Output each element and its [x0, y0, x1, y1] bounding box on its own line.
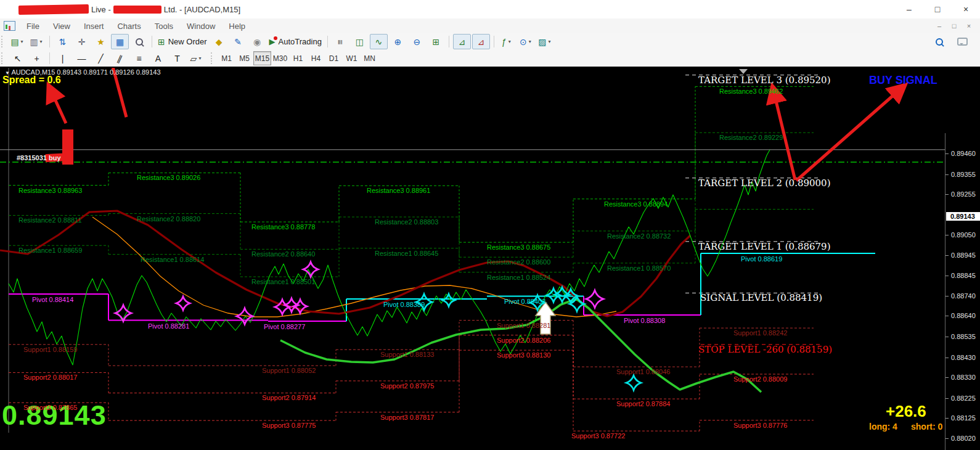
text-label-button[interactable]: T — [168, 51, 186, 66]
metaeditor-button[interactable]: ✎ — [229, 34, 247, 49]
annotation-arrow — [796, 86, 904, 181]
price-tick — [945, 194, 949, 195]
horizontal-line-button[interactable]: — — [73, 51, 91, 66]
menu-tools[interactable]: Tools — [148, 20, 180, 33]
navigator-icon: ★ — [97, 38, 105, 46]
chart-candles-button[interactable]: ◫ — [351, 34, 369, 49]
price-tick-label: 0.88535 — [951, 333, 976, 340]
dropdown-caret-icon: ▾ — [198, 55, 201, 61]
maximize-button[interactable]: □ — [923, 0, 952, 18]
price-tick-label: 0.88945 — [951, 252, 976, 259]
timeframe-d1[interactable]: D1 — [325, 51, 343, 65]
new-order-button[interactable]: ⊞New Order — [156, 34, 209, 49]
menu-insert[interactable]: Insert — [77, 20, 111, 33]
price-tick — [945, 398, 949, 399]
terminal-button[interactable]: ▦ — [111, 34, 129, 49]
timeframe-m30[interactable]: M30 — [271, 51, 289, 65]
timeframe-h1[interactable]: H1 — [289, 51, 307, 65]
zoom-in-icon: ⊕ — [394, 38, 402, 46]
dropdown-caret-icon: ▾ — [529, 39, 531, 44]
search-button[interactable] — [930, 34, 948, 49]
menu-help[interactable]: Help — [222, 20, 252, 33]
market-watch-icon: ⇅ — [59, 38, 67, 46]
toolbar-separator — [49, 52, 50, 64]
data-window-button[interactable]: ✛ — [73, 34, 91, 49]
vertical-line-button[interactable]: | — [54, 51, 71, 66]
mdi-restore-button[interactable]: □ — [947, 22, 962, 30]
signals-icon: ◉ — [253, 38, 261, 46]
fibonacci-button[interactable]: ≡ — [130, 51, 148, 66]
zoom-out-button[interactable]: ⊖ — [408, 34, 426, 49]
periods-button[interactable]: ⊙▾ — [517, 34, 535, 49]
templates-button[interactable]: ▨▾ — [536, 34, 554, 49]
shapes-button[interactable]: ▱▾ — [187, 51, 205, 66]
timeframe-m1[interactable]: M1 — [218, 51, 235, 65]
price-tick — [945, 377, 949, 378]
main-toolbar: ▤▾▥▾⇅✛★▦⊞New Order◆✎◉▶AutoTrading≡◫∿⊕⊖⊞⊿… — [0, 33, 980, 51]
menu-view[interactable]: View — [46, 20, 77, 33]
price-tick-label: 0.88225 — [951, 395, 976, 402]
toolbar-grip — [1, 52, 6, 64]
timeframe-m5[interactable]: M5 — [235, 51, 253, 65]
timeframe-w1[interactable]: W1 — [343, 51, 361, 65]
indicator-window2-button[interactable]: ⊿ — [472, 34, 490, 49]
tile-windows-button[interactable]: ⊞ — [427, 34, 445, 49]
chart-plot-area[interactable] — [0, 68, 945, 433]
price-axis[interactable]: 0.894600.893550.892550.890500.889450.888… — [945, 133, 980, 450]
timeframe-h4[interactable]: H4 — [307, 51, 325, 65]
chart-line-button[interactable]: ∿ — [370, 34, 388, 49]
new-chart-icon: ▤ — [10, 38, 18, 46]
autotrading-button[interactable]: ▶AutoTrading — [267, 34, 324, 49]
add-indicator-button[interactable]: ƒ▾ — [498, 34, 516, 49]
curs-button[interactable]: ↖ — [9, 51, 27, 66]
navigator-button[interactable]: ★ — [92, 34, 110, 49]
chart-shift-icon — [739, 69, 748, 74]
timeframe-m15[interactable]: M15 — [253, 51, 271, 65]
drawing-toolbar: ↖+|—╱∥≡AT▱▾ M1M5M15M30H1H4D1W1MN — [0, 50, 980, 67]
tile-windows-icon: ⊞ — [433, 38, 440, 46]
price-tick-label: 0.88740 — [951, 292, 976, 300]
mdi-minimize-button[interactable]: – — [932, 22, 947, 30]
timeframe-mn[interactable]: MN — [361, 51, 378, 65]
crosshair-icon: + — [34, 54, 39, 63]
price-tick-label: 0.89255 — [951, 190, 976, 198]
profiles-button[interactable]: ▥▾ — [28, 34, 46, 49]
menu-file[interactable]: File — [20, 20, 46, 33]
indicator-window-button[interactable]: ⊿ — [453, 34, 471, 49]
chart-bars-button[interactable]: ≡ — [332, 34, 349, 49]
market-watch-button[interactable]: ⇅ — [54, 34, 71, 49]
autotrading-icon: ▶ — [269, 37, 276, 46]
signals-button[interactable]: ◉ — [248, 34, 266, 49]
strategy-tester-button[interactable] — [130, 34, 148, 49]
annotation-arrow — [49, 87, 66, 123]
price-tick — [945, 358, 949, 358]
trendline-button[interactable]: ╱ — [92, 51, 110, 66]
new-chart-button[interactable]: ▤▾ — [9, 34, 27, 49]
text-icon: A — [155, 54, 161, 63]
new-order-button-label: New Order — [168, 37, 207, 46]
menu-window[interactable]: Window — [180, 20, 222, 33]
toolbar-grip — [1, 36, 6, 47]
mdi-close-button[interactable]: × — [962, 22, 976, 30]
periods-icon: ⊙ — [520, 38, 527, 46]
signal-star-icon — [176, 297, 190, 310]
channel-button[interactable]: ∥ — [111, 51, 129, 66]
zoom-in-button[interactable]: ⊕ — [389, 34, 407, 49]
chart-window: 0.894600.893550.892550.890500.889450.888… — [0, 67, 980, 450]
toolbar-separator — [152, 36, 152, 47]
new-order-icon: ⊞ — [158, 38, 165, 46]
menu-charts[interactable]: Charts — [110, 20, 147, 33]
close-button[interactable]: × — [952, 0, 980, 18]
price-tick-label: 0.89355 — [951, 171, 976, 178]
price-tick — [945, 296, 949, 297]
chat-button[interactable] — [953, 34, 971, 49]
order-label-redaction — [45, 153, 66, 162]
text-button[interactable]: A — [149, 51, 167, 66]
metaeditor-icon: ✎ — [234, 38, 242, 46]
text-label-icon: T — [174, 54, 180, 63]
expert-advisors-button[interactable]: ◆ — [210, 34, 228, 49]
price-tick-label: 0.89050 — [951, 231, 976, 239]
crosshair-button[interactable]: + — [28, 51, 46, 66]
minimize-button[interactable]: – — [895, 0, 923, 18]
curs-icon: ↖ — [14, 54, 22, 63]
